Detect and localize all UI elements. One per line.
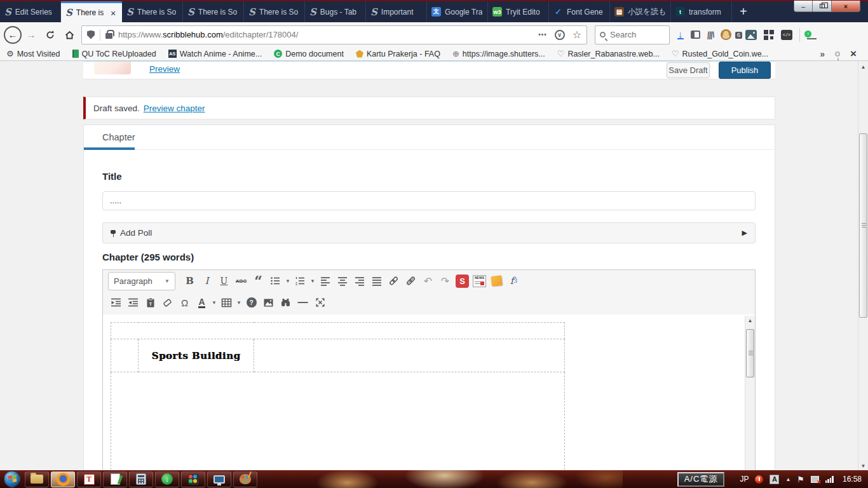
numbered-list-button[interactable] bbox=[292, 273, 308, 288]
find-replace-button[interactable] bbox=[278, 295, 294, 310]
signal-bars-icon[interactable] bbox=[825, 476, 834, 483]
strikethrough-button[interactable]: ABC bbox=[233, 273, 249, 288]
scroll-up-arrow-icon[interactable]: ▲ bbox=[745, 316, 755, 326]
editor-scrollbar[interactable]: ▲ bbox=[745, 316, 755, 470]
table-cell-sports-building[interactable]: Sports Building bbox=[139, 339, 254, 372]
search-input[interactable] bbox=[610, 30, 661, 39]
window-minimize-button[interactable]: – bbox=[794, 1, 813, 12]
taskbar-calculator-button[interactable] bbox=[129, 471, 153, 487]
publish-button[interactable]: Publish bbox=[719, 62, 771, 79]
blockquote-button[interactable]: “ bbox=[250, 273, 266, 288]
scroll-down-arrow-icon[interactable]: ▼ bbox=[858, 463, 868, 469]
text-color-caret-icon[interactable]: ▼ bbox=[211, 300, 217, 306]
bookmark-watch-anime[interactable]: AS Watch Anime - Anime... bbox=[168, 50, 262, 58]
italic-button[interactable]: I bbox=[199, 273, 215, 288]
fullscreen-button[interactable] bbox=[312, 295, 328, 310]
align-center-button[interactable] bbox=[334, 273, 350, 288]
outdent-button[interactable] bbox=[108, 295, 124, 310]
insert-image-button[interactable] bbox=[261, 295, 276, 310]
bookmark-demo-document[interactable]: C Demo document bbox=[274, 50, 344, 58]
taskbar-clock[interactable]: 16:58 bbox=[843, 475, 862, 484]
library-icon[interactable]: |||\ bbox=[707, 30, 714, 39]
undo-button[interactable]: ↶ bbox=[420, 273, 436, 288]
remove-link-button[interactable] bbox=[403, 273, 419, 288]
tampermonkey-icon[interactable] bbox=[721, 29, 731, 40]
underline-button[interactable]: U bbox=[216, 273, 232, 288]
page-scrollbar[interactable]: ▲ ▼ bbox=[858, 61, 868, 470]
bookmark-qu-toc[interactable]: QU ToC ReUploaded bbox=[72, 50, 156, 58]
add-poll-toggle[interactable]: Add Poll ▶ bbox=[102, 222, 756, 243]
action-center-flag-icon[interactable]: ⚑ bbox=[797, 475, 804, 484]
window-close-button[interactable]: × bbox=[831, 1, 860, 12]
bookmarks-overflow-icon[interactable]: » bbox=[820, 49, 825, 59]
author-note-button[interactable] bbox=[489, 273, 505, 288]
search-box[interactable] bbox=[595, 25, 670, 44]
tab-novel-reader[interactable]: ▤ 小説を読も bbox=[610, 1, 671, 22]
bold-button[interactable]: B bbox=[182, 273, 198, 288]
ime-red-icon[interactable] bbox=[755, 475, 763, 484]
align-right-button[interactable] bbox=[351, 273, 367, 288]
ime-power-button[interactable]: A/C電源 bbox=[677, 472, 725, 487]
preview-link[interactable]: Preview bbox=[149, 64, 180, 74]
home-button[interactable] bbox=[60, 26, 78, 44]
help-button[interactable]: ? bbox=[243, 295, 259, 310]
downloads-icon[interactable]: ↓ bbox=[677, 30, 684, 39]
https-lock-icon[interactable] bbox=[105, 33, 112, 39]
insert-link-button[interactable] bbox=[386, 273, 402, 288]
key-icon[interactable] bbox=[835, 51, 840, 57]
text-color-button[interactable]: A bbox=[198, 297, 205, 308]
taskbar-texteditor-button[interactable]: T bbox=[77, 471, 101, 487]
preview-chapter-link[interactable]: Preview chapter bbox=[144, 104, 205, 113]
horizontal-rule-button[interactable]: — bbox=[295, 295, 311, 310]
tab-tryit-editor[interactable]: w3 Tryit Edito bbox=[488, 1, 549, 22]
bullet-list-caret-icon[interactable]: ▼ bbox=[285, 278, 291, 284]
code-extension-icon[interactable]: </> bbox=[781, 30, 792, 40]
footnote-button[interactable]: f3 bbox=[506, 273, 522, 288]
forward-button[interactable]: → bbox=[23, 27, 39, 43]
page-scrollbar-thumb[interactable] bbox=[859, 133, 867, 318]
tab-active-there-is[interactable]: S There is × bbox=[61, 1, 122, 22]
news-box-button[interactable]: NEWS bbox=[471, 273, 487, 288]
language-indicator[interactable]: JP bbox=[740, 475, 749, 484]
bullet-list-button[interactable] bbox=[268, 273, 283, 288]
reload-button[interactable] bbox=[41, 26, 59, 44]
editor-content-area[interactable]: Sports Building ▲ bbox=[103, 315, 755, 470]
table-cell[interactable] bbox=[111, 339, 139, 372]
addon-blocks-icon[interactable] bbox=[764, 30, 774, 40]
align-left-button[interactable] bbox=[317, 273, 333, 288]
tab-edit-series[interactable]: S Edit Series bbox=[0, 1, 61, 22]
scroll-up-arrow-icon[interactable]: ▲ bbox=[858, 62, 868, 72]
numbered-list-caret-icon[interactable]: ▼ bbox=[309, 278, 316, 284]
tab-bugs[interactable]: S Bugs - Tab bbox=[305, 1, 366, 22]
taskbar-firefox-button[interactable] bbox=[51, 471, 75, 487]
redo-button[interactable]: ↷ bbox=[437, 273, 453, 288]
back-button[interactable]: ← bbox=[4, 26, 22, 44]
window-restore-button[interactable] bbox=[813, 1, 831, 12]
hidden-icons-arrow-icon[interactable]: ▲ bbox=[785, 477, 790, 482]
tab-important[interactable]: S Important bbox=[366, 1, 427, 22]
url-bar[interactable]: https://www.scribblehub.com/editchapter/… bbox=[81, 25, 587, 44]
table-row[interactable] bbox=[111, 323, 565, 339]
indent-button[interactable] bbox=[125, 295, 141, 310]
save-draft-button[interactable]: Save Draft bbox=[667, 62, 710, 78]
special-character-button[interactable]: Ω bbox=[177, 295, 193, 310]
bookmark-rasler[interactable]: ♡ Rasler_Rabanastre.web... bbox=[557, 49, 660, 58]
close-toolbar-icon[interactable]: × bbox=[850, 49, 857, 59]
title-input[interactable]: ..... bbox=[102, 191, 756, 210]
network-disconnected-icon[interactable] bbox=[811, 476, 819, 483]
tab-there-is-2[interactable]: S There is So bbox=[122, 1, 183, 22]
url-text[interactable]: https://www.scribblehub.com/editchapter/… bbox=[118, 30, 538, 39]
ime-mode-icon[interactable]: A bbox=[770, 475, 779, 484]
bookmark-shutterstock[interactable]: ⊕ https://image.shutters... bbox=[452, 49, 545, 58]
tab-google-translate[interactable]: 文 Google Tra bbox=[427, 1, 488, 22]
sidebar-icon[interactable] bbox=[691, 30, 700, 39]
tab-there-is-4[interactable]: S There is So bbox=[244, 1, 305, 22]
taskbar-notepad-button[interactable] bbox=[103, 471, 127, 487]
table-caret-icon[interactable]: ▼ bbox=[236, 300, 242, 306]
pocket-icon[interactable]: ∨ bbox=[555, 30, 565, 40]
format-dropdown[interactable]: Paragraph ▼ bbox=[108, 272, 175, 290]
paste-as-text-button[interactable]: T bbox=[142, 295, 158, 310]
scribblehub-special-button[interactable]: S bbox=[454, 273, 470, 288]
taskbar-explorer-button[interactable] bbox=[25, 471, 49, 487]
taskbar-paint-button[interactable] bbox=[233, 471, 257, 487]
